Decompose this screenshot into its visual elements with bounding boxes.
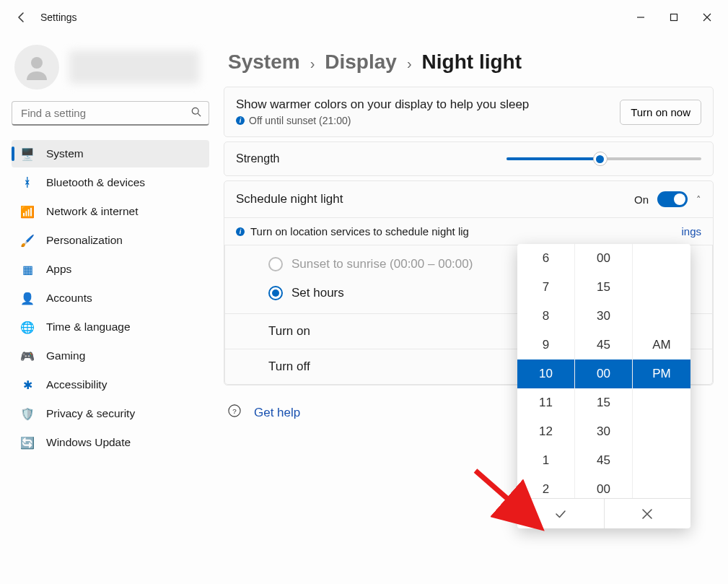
- picker-minute-cell[interactable]: 30: [575, 417, 632, 446]
- time-picker[interactable]: 678910111212001530450015304500···AMPM···…: [517, 244, 690, 528]
- picker-hour-cell[interactable]: 1: [517, 446, 574, 475]
- picker-ampm-cell[interactable]: PM: [633, 359, 690, 388]
- picker-minute-cell[interactable]: 15: [575, 273, 632, 302]
- breadcrumb-system[interactable]: System: [228, 51, 300, 74]
- time-picker-accept-button[interactable]: [517, 499, 605, 528]
- chevron-right-icon: ›: [407, 56, 412, 72]
- nav-label: Apps: [46, 263, 71, 276]
- nav-label: Accounts: [46, 292, 92, 305]
- picker-hour-cell[interactable]: 11: [517, 388, 574, 417]
- accessibility-icon: ✱: [20, 378, 35, 392]
- picker-hour-cell[interactable]: 6: [517, 244, 574, 273]
- avatar: [14, 45, 59, 90]
- picker-ampm-cell: ·: [633, 388, 690, 417]
- option-label: Sunset to sunrise (00:00 – 00:00): [291, 257, 473, 271]
- nav-label: Time & language: [46, 321, 131, 334]
- back-button[interactable]: [13, 9, 30, 26]
- picker-minute-cell[interactable]: 15: [575, 388, 632, 417]
- picker-minute-cell[interactable]: 00: [575, 359, 632, 388]
- time-picker-cancel-button[interactable]: [605, 499, 691, 528]
- picker-hour-cell[interactable]: 9: [517, 331, 574, 359]
- info-icon: i: [236, 227, 245, 236]
- svg-text:?: ?: [232, 407, 237, 415]
- radio-checked-icon: [268, 286, 283, 300]
- nav-label: Accessibility: [46, 378, 107, 391]
- picker-ampm-cell: ·: [633, 302, 690, 331]
- picker-minute-cell[interactable]: 45: [575, 446, 632, 475]
- svg-rect-1: [671, 14, 677, 21]
- chevron-up-icon[interactable]: ˄: [696, 194, 701, 205]
- globe-icon: 🌐: [20, 321, 35, 334]
- user-profile[interactable]: [12, 39, 209, 101]
- turn-on-now-button[interactable]: Turn on now: [620, 100, 701, 125]
- picker-hour-cell[interactable]: 8: [517, 302, 574, 331]
- apps-icon: ▦: [20, 263, 35, 276]
- picker-ampm-cell: ·: [633, 244, 690, 273]
- nav-item-personalization[interactable]: 🖌️ Personalization: [12, 227, 209, 254]
- nav-label: System: [46, 147, 84, 160]
- turn-on-label: Turn on: [268, 324, 310, 339]
- update-icon: 🔄: [20, 436, 35, 450]
- picker-minute-cell[interactable]: 45: [575, 331, 632, 359]
- nav-label: Network & internet: [46, 205, 139, 218]
- search-field[interactable]: [12, 101, 209, 126]
- sidebar: 🖥️ System ᚼ Bluetooth & devices 📶 Networ…: [0, 35, 216, 584]
- nav-item-bluetooth[interactable]: ᚼ Bluetooth & devices: [12, 169, 209, 196]
- nav-item-time-language[interactable]: 🌐 Time & language: [12, 313, 209, 341]
- picker-hour-cell[interactable]: 10: [517, 359, 574, 388]
- svg-line-4: [198, 113, 201, 116]
- minimize-button[interactable]: [624, 5, 657, 30]
- app-title: Settings: [40, 12, 77, 23]
- nav-label: Windows Update: [46, 436, 131, 449]
- strength-card: Strength: [224, 141, 714, 176]
- nav-item-gaming[interactable]: 🎮 Gaming: [12, 342, 209, 370]
- maximize-button[interactable]: [657, 5, 690, 30]
- option-label: Set hours: [291, 286, 344, 300]
- turn-off-label: Turn off: [268, 359, 310, 374]
- chevron-right-icon: ›: [310, 56, 315, 72]
- nav-item-network[interactable]: 📶 Network & internet: [12, 198, 209, 225]
- breadcrumb: System › Display › Night light: [224, 35, 714, 87]
- nav-label: Personalization: [46, 234, 123, 247]
- nav-item-apps[interactable]: ▦ Apps: [12, 256, 209, 283]
- help-icon: ?: [228, 404, 241, 421]
- nav-item-system[interactable]: 🖥️ System: [12, 140, 209, 167]
- gaming-icon: 🎮: [20, 349, 35, 363]
- picker-minute-cell[interactable]: 00: [575, 244, 632, 273]
- picker-ampm-cell[interactable]: AM: [633, 331, 690, 359]
- picker-ampm-cell: ·: [633, 446, 690, 475]
- system-icon: 🖥️: [20, 147, 35, 161]
- picker-minute-cell[interactable]: 30: [575, 302, 632, 331]
- location-info-text: Turn on location services to schedule ni…: [250, 225, 469, 237]
- user-name-redacted: [69, 51, 199, 84]
- bluetooth-icon: ᚼ: [20, 176, 35, 189]
- schedule-header: Schedule night light: [236, 192, 343, 206]
- strength-label: Strength: [236, 152, 279, 165]
- breadcrumb-display[interactable]: Display: [325, 51, 397, 74]
- close-button[interactable]: [690, 5, 724, 30]
- picker-ampm-cell: ·: [633, 273, 690, 302]
- radio-unchecked-icon: [268, 257, 283, 271]
- description-text: Show warmer colors on your display to he…: [236, 97, 529, 112]
- shield-icon: 🛡️: [20, 407, 35, 421]
- title-bar: Settings: [0, 0, 728, 35]
- picker-hour-cell[interactable]: 12: [517, 417, 574, 446]
- info-icon: i: [236, 116, 245, 125]
- wifi-icon: 📶: [20, 205, 35, 219]
- schedule-toggle[interactable]: [657, 191, 688, 207]
- night-light-header-card: Show warmer colors on your display to he…: [224, 87, 714, 137]
- nav-item-accessibility[interactable]: ✱ Accessibility: [12, 371, 209, 398]
- nav-item-privacy[interactable]: 🛡️ Privacy & security: [12, 400, 209, 427]
- get-help-link[interactable]: Get help: [254, 406, 300, 420]
- nav-item-windows-update[interactable]: 🔄 Windows Update: [12, 429, 209, 456]
- nav-list: 🖥️ System ᚼ Bluetooth & devices 📶 Networ…: [12, 140, 209, 456]
- nav-item-accounts[interactable]: 👤 Accounts: [12, 284, 209, 312]
- schedule-state-label: On: [634, 193, 649, 206]
- content-area: System › Display › Night light Show warm…: [216, 35, 728, 584]
- search-input[interactable]: [19, 106, 191, 120]
- location-settings-link[interactable]: ings: [681, 225, 701, 237]
- nav-label: Privacy & security: [46, 407, 135, 420]
- strength-slider[interactable]: [506, 157, 701, 160]
- svg-point-3: [192, 108, 198, 114]
- picker-hour-cell[interactable]: 7: [517, 273, 574, 302]
